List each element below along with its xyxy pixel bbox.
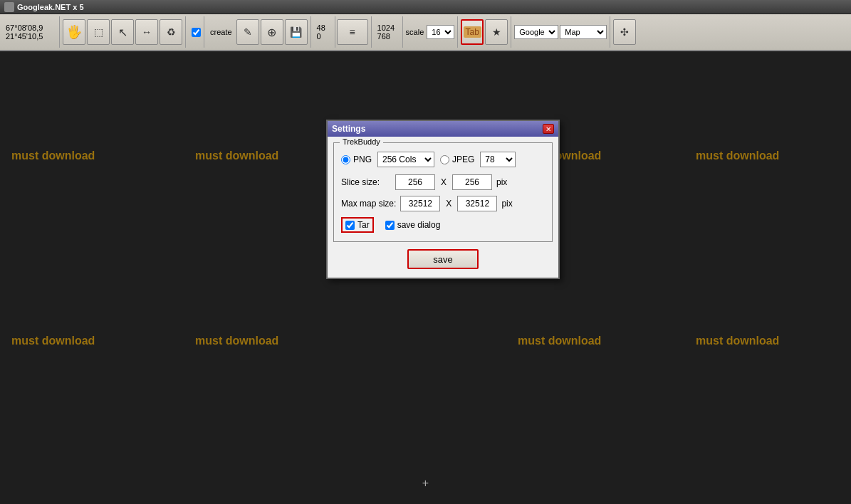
max-x-separator: X xyxy=(444,199,453,209)
bars-button[interactable]: ≡ xyxy=(337,19,368,45)
cursor-icon: ↖ xyxy=(118,26,127,39)
watermark-8: must download xyxy=(696,335,779,347)
size-height: 768 xyxy=(377,32,400,41)
map-provider-select[interactable]: Google Bing Yahoo xyxy=(514,25,558,39)
latitude: 67°08'08,9 xyxy=(6,23,56,32)
number-bottom: 0 xyxy=(317,32,332,41)
cols-select[interactable]: 256 Cols 128 Cols 64 Cols xyxy=(377,152,434,167)
tar-label: Tar xyxy=(357,220,370,230)
layers-icon: ⬚ xyxy=(94,26,103,38)
recycle-icon: ♻ xyxy=(167,26,176,38)
watermark-7: must download xyxy=(518,335,601,347)
trekbuddy-group: TrekBuddy PNG 256 Cols 128 Cols 64 Cols xyxy=(333,142,553,242)
save-dialog-checkbox[interactable] xyxy=(385,221,395,230)
number-top: 48 xyxy=(317,23,332,32)
star-icon: ★ xyxy=(492,26,501,38)
longitude: 21°45'10,5 xyxy=(6,32,56,41)
layers-button[interactable]: ⬚ xyxy=(87,19,110,45)
tar-checkbox[interactable] xyxy=(345,221,355,230)
toolbar-checkbox[interactable] xyxy=(192,28,201,37)
tar-checkbox-item: Tar xyxy=(341,217,374,233)
png-radio[interactable] xyxy=(341,155,350,164)
trekbuddy-legend: TrekBuddy xyxy=(340,137,383,146)
size-width: 1024 xyxy=(377,23,400,32)
checkbox-area xyxy=(189,16,204,48)
app-icon xyxy=(4,2,14,12)
png-radio-group: PNG xyxy=(341,154,372,164)
create-label: create xyxy=(207,28,235,36)
jpeg-label: JPEG xyxy=(452,154,474,164)
arrow-icon: ↔ xyxy=(142,26,152,38)
plus-icon: ⊕ xyxy=(267,26,276,39)
watermark-1: must download xyxy=(11,149,95,162)
nav-tools: 🖐 ⬚ ↖ ↔ ♻ xyxy=(63,16,186,48)
scale-section: scale 16 8 32 64 xyxy=(404,16,459,48)
watermark-5: must download xyxy=(11,335,95,347)
watermark-6: must download xyxy=(195,335,278,347)
save-dialog-checkbox-item: save dialog xyxy=(385,220,441,230)
toolbar: 67°08'08,9 21°45'10,5 🖐 ⬚ ↖ ↔ ♻ create ✎ xyxy=(0,14,851,51)
scale-select[interactable]: 16 8 32 64 xyxy=(427,25,454,39)
checkboxes-row: Tar save dialog xyxy=(341,217,545,233)
jpeg-radio[interactable] xyxy=(440,155,449,164)
dialog-titlebar: Settings ✕ xyxy=(328,121,558,137)
slice-height-input[interactable] xyxy=(452,174,492,190)
watermark-4: must download xyxy=(696,149,779,162)
slice-width-input[interactable] xyxy=(395,174,435,190)
save-button[interactable]: save xyxy=(407,249,479,269)
map-provider-section: Google Bing Yahoo Map Satellite Hybrid T… xyxy=(514,16,610,48)
tab-button[interactable]: Tab xyxy=(461,19,484,45)
cursor-button[interactable]: ↖ xyxy=(111,19,134,45)
compass-button[interactable]: ✣ xyxy=(613,19,636,45)
max-width-input[interactable] xyxy=(400,196,440,211)
pencil-button[interactable]: ✎ xyxy=(236,19,259,45)
app-title: Googleak.NET x 5 xyxy=(17,3,84,11)
toolbar-checkbox-label[interactable] xyxy=(192,28,201,37)
create-section: create ✎ ⊕ 💾 xyxy=(207,16,311,48)
arrow-button[interactable]: ↔ xyxy=(135,19,158,45)
tab-icon: Tab xyxy=(464,26,481,38)
save-icon: 💾 xyxy=(290,26,302,38)
map-type-select[interactable]: Map Satellite Hybrid Terrain xyxy=(560,25,607,39)
compass-icon: ✣ xyxy=(620,26,629,38)
hand-tool-button[interactable]: 🖐 xyxy=(63,19,85,45)
save-dialog-label: save dialog xyxy=(397,220,441,230)
slice-unit: pix xyxy=(496,177,507,187)
scale-label: scale xyxy=(404,28,426,36)
size-display: 1024 768 xyxy=(375,16,403,48)
png-label: PNG xyxy=(353,154,372,164)
save-map-button[interactable]: 💾 xyxy=(285,19,308,45)
plus-button[interactable]: ⊕ xyxy=(261,19,283,45)
hand-icon: 🖐 xyxy=(66,24,82,40)
slice-size-label: Slice size: xyxy=(341,177,391,187)
bars-section: ≡ xyxy=(337,16,372,48)
main-area: must download must download must downloa… xyxy=(0,51,851,504)
max-map-size-row: Max map size: X pix xyxy=(341,196,545,211)
jpeg-radio-group: JPEG xyxy=(440,154,474,164)
jpeg-quality-select[interactable]: 78 85 90 95 xyxy=(480,152,516,167)
star-button[interactable]: ★ xyxy=(485,19,508,45)
tab-section: Tab ★ xyxy=(461,16,511,48)
settings-dialog: Settings ✕ TrekBuddy PNG 256 Cols 128 Co… xyxy=(326,120,560,279)
slice-x-separator: X xyxy=(439,177,448,187)
pencil-icon: ✎ xyxy=(244,26,252,38)
recycle-button[interactable]: ♻ xyxy=(160,19,182,45)
max-height-input[interactable] xyxy=(457,196,497,211)
bars-icon: ≡ xyxy=(349,26,355,38)
dialog-title: Settings xyxy=(332,124,365,134)
format-row: PNG 256 Cols 128 Cols 64 Cols JPEG 78 85 xyxy=(341,152,545,167)
watermark-2: must download xyxy=(195,149,278,162)
max-unit: pix xyxy=(501,199,512,209)
coordinates-display: 67°08'08,9 21°45'10,5 xyxy=(3,16,60,48)
crosshair: + xyxy=(422,477,429,490)
dialog-close-button[interactable]: ✕ xyxy=(543,124,554,134)
dialog-content: TrekBuddy PNG 256 Cols 128 Cols 64 Cols xyxy=(328,137,558,278)
titlebar: Googleak.NET x 5 xyxy=(0,0,851,14)
slice-size-row: Slice size: X pix xyxy=(341,174,545,190)
number-display: 48 0 xyxy=(314,16,335,48)
max-map-size-label: Max map size: xyxy=(341,199,396,209)
